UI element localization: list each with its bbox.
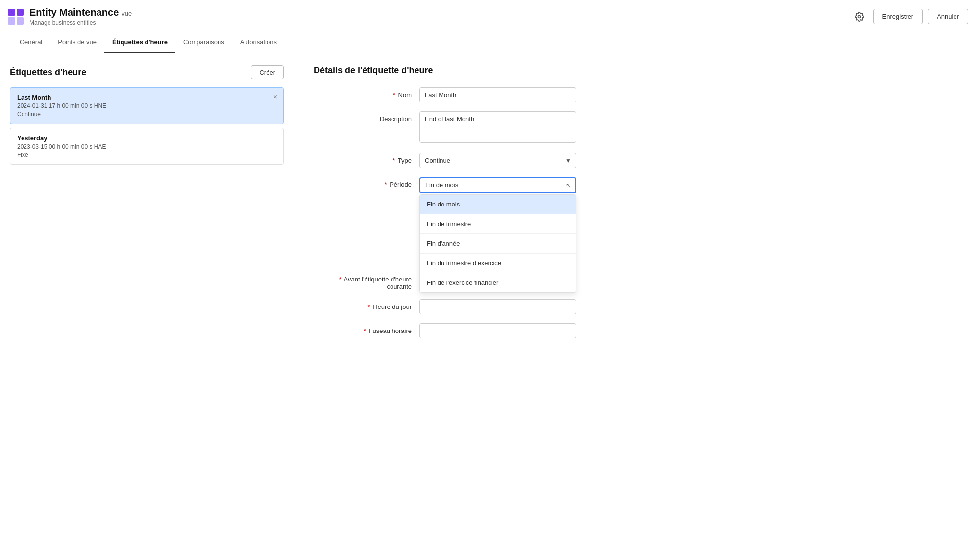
form-row-avant: * Avant l'étiquette d'heure courante <box>314 272 960 290</box>
required-indicator: * <box>393 91 395 99</box>
list-item-type: Fixe <box>17 152 276 158</box>
label-avant: * Avant l'étiquette d'heure courante <box>314 272 412 290</box>
header: Entity Maintenance vue Manage business e… <box>0 0 980 31</box>
tab-autorisations[interactable]: Autorisations <box>232 31 285 53</box>
list-item[interactable]: Last Month 2024-01-31 17 h 00 min 00 s H… <box>10 87 284 124</box>
tab-bar: Général Points de vue Étiquettes d'heure… <box>0 31 980 53</box>
app-title-block: Entity Maintenance vue Manage business e… <box>29 7 132 26</box>
dropdown-item-fin-trimestre-exercice[interactable]: Fin du trimestre d'exercice <box>420 254 576 273</box>
list-item-date: 2024-01-31 17 h 00 min 00 s HNE <box>17 102 276 109</box>
form-control-fuseau <box>419 323 576 338</box>
label-heure: * Heure du jour <box>314 299 412 310</box>
periode-input-wrapper: ↖ <box>419 177 576 193</box>
list-item-type: Continue <box>17 111 276 118</box>
list-item-name: Yesterday <box>17 134 276 142</box>
app-subtitle: Manage business entities <box>29 19 132 26</box>
heure-input[interactable] <box>419 299 576 314</box>
label-nom: * Nom <box>314 87 412 99</box>
gear-icon <box>855 12 864 22</box>
app-title-text: Entity Maintenance <box>29 7 119 18</box>
periode-dropdown-toggle[interactable]: ↖ <box>564 180 573 190</box>
right-panel-title: Détails de l'étiquette d'heure <box>314 65 960 76</box>
save-button[interactable]: Enregistrer <box>873 9 923 24</box>
periode-dropdown-menu: Fin de mois Fin de trimestre Fin d'année… <box>419 194 576 293</box>
dropdown-item-fin-mois[interactable]: Fin de mois <box>420 195 576 214</box>
form-control-heure <box>419 299 576 314</box>
nom-input[interactable] <box>419 87 576 102</box>
dropdown-item-fin-exercice[interactable]: Fin de l'exercice financier <box>420 273 576 292</box>
form-row-heure: * Heure du jour <box>314 299 960 314</box>
tab-comparaisons[interactable]: Comparaisons <box>175 31 232 53</box>
required-indicator: * <box>385 181 387 188</box>
form-control-type: Continue Fixe Relatif ▼ <box>419 153 576 168</box>
periode-dropdown-container: ↖ Fin de mois Fin de trimestre Fin d'ann… <box>419 177 576 193</box>
left-panel: Étiquettes d'heure Créer Last Month 2024… <box>0 53 294 532</box>
form-row-periode: * Période ↖ Fin de mois Fin de trimestre… <box>314 177 960 193</box>
list-item-close-button[interactable]: × <box>273 93 277 101</box>
periode-input[interactable] <box>419 177 576 193</box>
header-right: Enregistrer Annuler <box>851 8 968 26</box>
app-title: Entity Maintenance vue <box>29 7 132 18</box>
form-row-fuseau: * Fuseau horaire <box>314 323 960 338</box>
header-left: Entity Maintenance vue Manage business e… <box>8 7 132 26</box>
dropdown-item-fin-annee[interactable]: Fin d'année <box>420 234 576 254</box>
required-indicator: * <box>392 157 395 164</box>
form-row-description: Description <box>314 111 960 144</box>
tab-general[interactable]: Général <box>12 31 50 53</box>
form-control-nom <box>419 87 576 102</box>
cancel-button[interactable]: Annuler <box>928 9 968 24</box>
required-indicator: * <box>364 327 366 334</box>
list-item-name: Last Month <box>17 94 276 101</box>
label-periode: * Période <box>314 177 412 188</box>
list-item[interactable]: Yesterday 2023-03-15 00 h 00 min 00 s HA… <box>10 128 284 165</box>
create-button[interactable]: Créer <box>251 65 284 79</box>
description-input[interactable] <box>419 111 576 143</box>
form-control-description <box>419 111 576 144</box>
label-description: Description <box>314 111 412 123</box>
svg-point-0 <box>858 15 860 18</box>
main-content: Étiquettes d'heure Créer Last Month 2024… <box>0 53 980 532</box>
label-type: * Type <box>314 153 412 164</box>
required-indicator: * <box>368 303 370 310</box>
required-indicator: * <box>339 276 342 283</box>
fuseau-input[interactable] <box>419 323 576 338</box>
tab-points-de-vue[interactable]: Points de vue <box>50 31 104 53</box>
right-panel: Détails de l'étiquette d'heure * Nom Des… <box>294 53 980 532</box>
cursor-icon: ↖ <box>566 181 571 189</box>
left-panel-title: Étiquettes d'heure <box>10 67 86 77</box>
settings-button[interactable] <box>851 8 868 26</box>
left-panel-header: Étiquettes d'heure Créer <box>10 65 284 79</box>
type-select[interactable]: Continue Fixe Relatif <box>419 153 576 168</box>
form-row-nom: * Nom <box>314 87 960 102</box>
app-icon <box>8 9 24 25</box>
form-row-type: * Type Continue Fixe Relatif ▼ <box>314 153 960 168</box>
list-item-date: 2023-03-15 00 h 00 min 00 s HAE <box>17 143 276 150</box>
app-title-vue: vue <box>122 10 132 17</box>
dropdown-item-fin-trimestre[interactable]: Fin de trimestre <box>420 214 576 234</box>
tab-etiquettes[interactable]: Étiquettes d'heure <box>104 31 175 53</box>
label-fuseau: * Fuseau horaire <box>314 323 412 334</box>
